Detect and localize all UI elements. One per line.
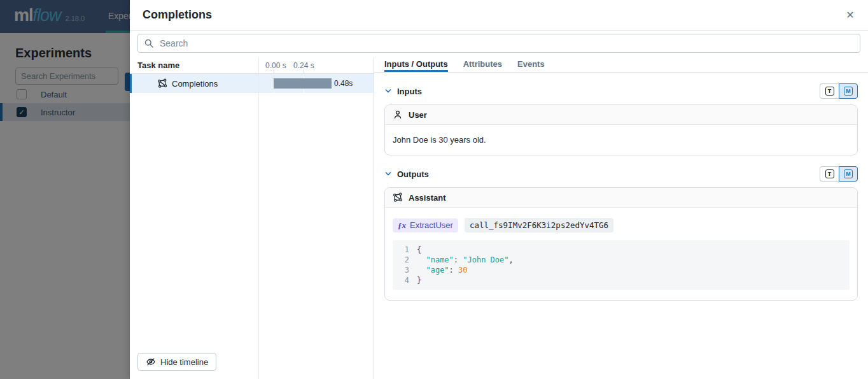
search-icon — [144, 38, 154, 48]
tab-attributes[interactable]: Attributes — [463, 57, 502, 72]
function-name: ExtractUser — [410, 220, 453, 230]
text-mode-icon: T — [825, 87, 834, 96]
raw-text-toggle-button[interactable]: T — [820, 83, 839, 99]
user-message-text: John Doe is 30 years old. — [385, 125, 857, 155]
call-id-tag[interactable]: call_fs9IMv2F6K3i2ps2edYv4TG6 — [465, 218, 613, 232]
user-card-header: User — [385, 105, 857, 125]
assistant-card-header: Assistant — [385, 188, 857, 208]
inputs-outputs-content: Inputs T M — [374, 73, 868, 379]
timeline-tick-mark — [274, 69, 274, 73]
search-input[interactable] — [137, 34, 860, 53]
agent-graph-icon — [393, 192, 403, 203]
outputs-section-header: Outputs T M — [384, 166, 858, 182]
chevron-down-icon[interactable] — [384, 87, 392, 95]
timeline-column-divider — [258, 57, 259, 379]
code-block[interactable]: 1{2 "name": "John Doe",3 "age": 304} — [393, 240, 850, 290]
tab-events[interactable]: Events — [517, 57, 545, 72]
user-message-card: User John Doe is 30 years old. — [384, 104, 858, 155]
timeline-tick-mark — [304, 69, 304, 73]
eye-off-icon — [146, 357, 156, 367]
function-icon: ƒx — [398, 220, 406, 231]
markdown-mode-icon: M — [844, 169, 853, 178]
task-name-column-header: Task name — [137, 61, 179, 70]
agent-graph-icon — [157, 78, 167, 89]
function-call-row: ƒx ExtractUser call_fs9IMv2F6K3i2ps2edYv… — [393, 218, 850, 232]
markdown-toggle-button[interactable]: M — [839, 166, 858, 182]
span-row-completions[interactable]: Completions 0.48s — [130, 74, 374, 93]
hide-timeline-label: Hide timeline — [160, 357, 208, 367]
markdown-toggle-button[interactable]: M — [839, 83, 858, 99]
drawer-search-bar — [130, 31, 868, 57]
drawer-body: Task name 0.00 s 0.24 s Completions 0.48… — [130, 57, 868, 379]
drawer-title: Completions — [143, 8, 843, 22]
markdown-mode-icon: M — [844, 87, 853, 96]
hide-timeline-button[interactable]: Hide timeline — [137, 353, 216, 371]
timeline-tick-label: 0.00 s — [265, 61, 286, 70]
user-icon — [393, 110, 403, 120]
raw-text-toggle-button[interactable]: T — [820, 166, 839, 182]
trace-details-drawer: Completions ✕ Task name 0.00 s 0.24 s — [130, 0, 868, 379]
text-mode-icon: T — [825, 169, 834, 178]
details-tabs: Inputs / Outputs Attributes Events — [374, 57, 868, 73]
chevron-down-icon[interactable] — [384, 170, 392, 178]
details-pane: Inputs / Outputs Attributes Events Input… — [374, 57, 868, 379]
assistant-message-body: ƒx ExtractUser call_fs9IMv2F6K3i2ps2edYv… — [385, 208, 857, 300]
inputs-section-label: Inputs — [397, 87, 422, 96]
close-icon[interactable]: ✕ — [843, 8, 858, 23]
timeline-pane: Task name 0.00 s 0.24 s Completions 0.48… — [130, 57, 374, 379]
span-label: Completions — [172, 79, 218, 89]
role-label: Assistant — [409, 193, 446, 203]
timeline-duration-bar — [274, 78, 332, 89]
role-label: User — [409, 110, 427, 120]
duration-label: 0.48s — [334, 79, 353, 88]
tab-inputs-outputs[interactable]: Inputs / Outputs — [384, 57, 448, 72]
inputs-section-header: Inputs T M — [384, 83, 858, 99]
assistant-message-card: Assistant ƒx ExtractUser call_fs9IMv2F6K… — [384, 187, 858, 301]
outputs-render-toggle: T M — [820, 166, 858, 182]
timeline-tick-label: 0.24 s — [293, 61, 314, 70]
function-tag[interactable]: ƒx ExtractUser — [393, 218, 458, 232]
drawer-header: Completions ✕ — [130, 0, 868, 31]
inputs-render-toggle: T M — [820, 83, 858, 99]
timeline-header: Task name 0.00 s 0.24 s — [130, 57, 374, 74]
outputs-section-label: Outputs — [397, 169, 429, 179]
